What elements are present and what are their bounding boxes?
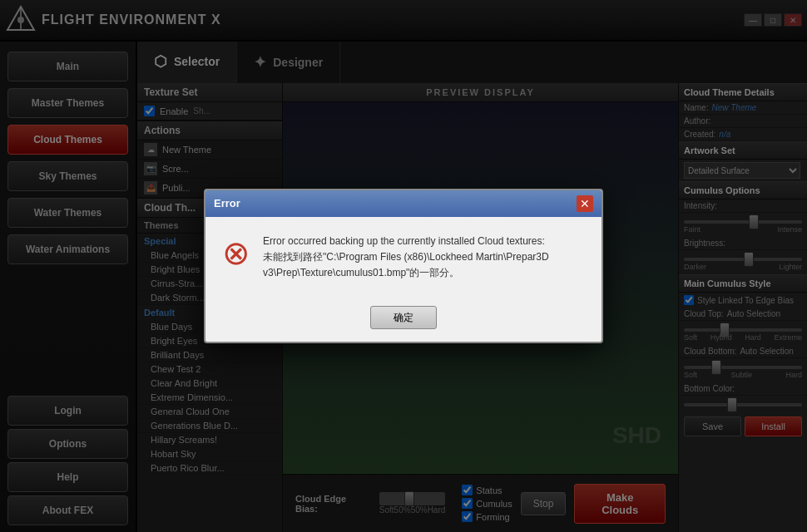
error-dialog: Error ✕ ⊗ Error occurred backing up the …: [204, 189, 603, 344]
error-icon: ⊗: [222, 234, 250, 272]
error-line1: Error occurred backing up the currently …: [263, 235, 545, 247]
error-dialog-overlay: Error ✕ ⊗ Error occurred backing up the …: [0, 0, 807, 532]
dialog-body: ⊗ Error occurred backing up the currentl…: [205, 217, 602, 298]
dialog-title: Error: [214, 197, 240, 209]
ok-button[interactable]: 确定: [370, 306, 437, 329]
dialog-close-button[interactable]: ✕: [577, 195, 593, 212]
error-line2: 未能找到路径"C:\Program Files (x86)\Lockheed M…: [263, 251, 549, 278]
dialog-footer: 确定: [205, 298, 602, 342]
dialog-titlebar: Error ✕: [205, 190, 602, 217]
error-message: Error occurred backing up the currently …: [263, 234, 585, 282]
